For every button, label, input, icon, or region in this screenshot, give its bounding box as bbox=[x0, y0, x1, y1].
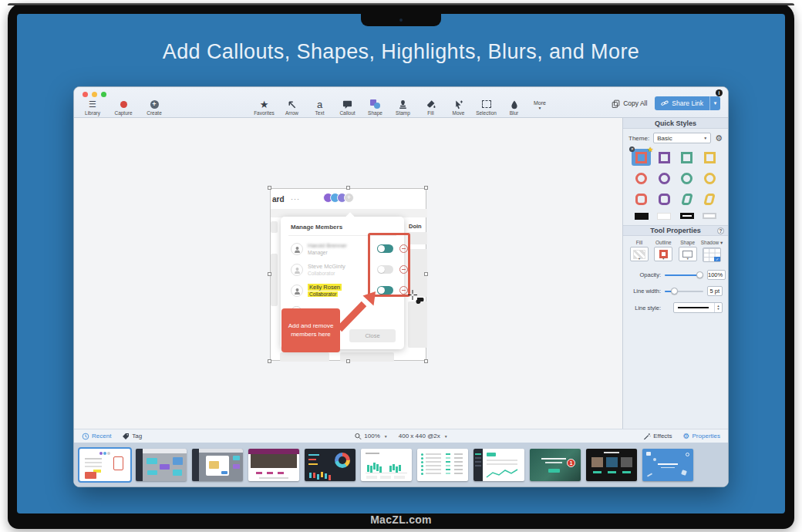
theme-select[interactable]: Basic ▼ bbox=[653, 133, 711, 143]
shape-property[interactable]: Shape ▼ bbox=[678, 240, 698, 262]
style-swatch-rounded-purple[interactable] bbox=[655, 190, 674, 207]
member-role: Manager bbox=[308, 250, 328, 255]
style-swatch-rounded-red[interactable] bbox=[632, 190, 651, 207]
tool-fill[interactable]: Fill bbox=[420, 99, 441, 116]
thumbnail-nature-hero[interactable]: 1 bbox=[530, 449, 581, 481]
quick-styles-grid: ✕ ★ bbox=[623, 146, 728, 225]
thumbnail-snagit-welcome[interactable] bbox=[642, 449, 693, 481]
style-swatch-circle-teal[interactable] bbox=[677, 170, 696, 187]
resize-handle-w[interactable] bbox=[268, 272, 271, 276]
board-title-fragment: ard bbox=[272, 195, 285, 204]
style-swatch-square-teal[interactable] bbox=[677, 149, 696, 166]
style-swatch-outline-gray[interactable] bbox=[700, 211, 719, 221]
user-avatar-icon bbox=[291, 243, 303, 255]
line-width-value[interactable]: 5 pt bbox=[707, 286, 723, 296]
camera-notch bbox=[361, 14, 441, 26]
style-swatch-circle-red[interactable] bbox=[632, 170, 651, 187]
tool-text[interactable]: a Text bbox=[309, 99, 330, 116]
tag-icon bbox=[122, 433, 130, 440]
shadow-property[interactable]: Shadow ▾ ✓ bbox=[702, 240, 722, 262]
annotation-rectangle[interactable] bbox=[368, 233, 410, 297]
tool-stamp[interactable]: Stamp bbox=[393, 99, 413, 116]
style-swatch-filled-white[interactable] bbox=[655, 211, 674, 221]
canvas-size-control[interactable]: 400 x 440 @2x ▼ bbox=[399, 433, 448, 439]
copy-all-button[interactable]: Copy All bbox=[612, 99, 647, 108]
tool-callout[interactable]: Callout bbox=[337, 99, 358, 116]
capture-button[interactable]: Capture bbox=[111, 99, 136, 116]
resize-handle-n[interactable] bbox=[346, 186, 350, 190]
library-button[interactable]: ☰ Library bbox=[80, 99, 105, 116]
style-swatch-slant-yellow[interactable] bbox=[700, 190, 719, 207]
thumbnail-kanban-board[interactable] bbox=[136, 449, 187, 481]
recent-button[interactable]: Recent bbox=[82, 433, 111, 440]
help-icon[interactable]: ? bbox=[717, 227, 724, 234]
style-swatch-square-red-selected[interactable]: ✕ ★ bbox=[632, 149, 651, 166]
style-swatch-slant-teal[interactable] bbox=[677, 190, 696, 207]
properties-button[interactable]: ⚙ Properties bbox=[683, 433, 720, 440]
editor-canvas: ard ··· + Doin Manage Members bbox=[74, 118, 622, 429]
resize-handle-e[interactable] bbox=[424, 272, 428, 276]
resize-handle-ne[interactable] bbox=[424, 186, 428, 190]
tool-selection[interactable]: Selection bbox=[476, 99, 497, 116]
tool-properties-header: Tool Properties ? bbox=[623, 225, 728, 236]
zoom-window-button[interactable] bbox=[101, 92, 106, 97]
tool-blur[interactable]: Blur bbox=[504, 99, 524, 116]
member-name: Harold Brenner bbox=[308, 242, 347, 249]
share-link-button[interactable]: Share Link bbox=[655, 96, 709, 110]
tool-shape[interactable]: Shape bbox=[365, 99, 386, 116]
outline-property[interactable]: Outline ▼ bbox=[653, 240, 673, 262]
create-button[interactable]: + Create bbox=[142, 99, 167, 116]
stamp-icon bbox=[398, 99, 408, 109]
minimize-window-button[interactable] bbox=[92, 92, 97, 97]
resize-handle-sw[interactable] bbox=[268, 359, 271, 363]
line-width-slider[interactable] bbox=[665, 288, 703, 295]
style-swatch-circle-purple[interactable] bbox=[655, 170, 674, 187]
thumbnail-admin-dashboard[interactable] bbox=[473, 449, 524, 481]
star-icon: ★ bbox=[260, 99, 269, 109]
doing-column-label: Doin bbox=[409, 223, 422, 230]
clock-icon bbox=[82, 433, 89, 440]
style-swatch-outline-black[interactable] bbox=[677, 211, 696, 221]
share-link-dropdown[interactable]: ▼ bbox=[709, 96, 720, 110]
thumbnail-table-report[interactable] bbox=[417, 449, 468, 481]
thumbnail-product-grid[interactable] bbox=[586, 449, 637, 481]
tag-button[interactable]: Tag bbox=[122, 433, 142, 440]
style-swatch-circle-yellow[interactable] bbox=[700, 170, 719, 187]
text-icon: a bbox=[317, 99, 322, 109]
thumbnail-purple-website[interactable] bbox=[248, 449, 299, 481]
style-swatch-square-yellow[interactable] bbox=[700, 149, 719, 166]
tool-move[interactable]: Move bbox=[448, 99, 469, 116]
fill-property[interactable]: Fill ▼ bbox=[629, 240, 649, 262]
tool-more[interactable]: More ▼ bbox=[531, 100, 548, 116]
line-style-select[interactable]: ▲▼ bbox=[673, 302, 723, 313]
remove-style-icon[interactable]: ✕ bbox=[629, 146, 635, 152]
edited-image[interactable]: ard ··· + Doin Manage Members bbox=[270, 188, 426, 361]
line-style-label: Line style: bbox=[628, 305, 661, 311]
member-name: Steve McGinty bbox=[308, 263, 345, 270]
add-member-avatar: + bbox=[344, 193, 354, 203]
info-icon[interactable]: i bbox=[716, 89, 723, 96]
favorite-star-icon: ★ bbox=[647, 146, 653, 153]
thumbnail-user-report[interactable] bbox=[361, 449, 412, 481]
brand-watermark: MacZL.com bbox=[8, 513, 794, 526]
close-window-button[interactable] bbox=[83, 92, 88, 97]
zoom-control[interactable]: 100% ▼ bbox=[354, 433, 387, 440]
effects-button[interactable]: Effects bbox=[643, 433, 672, 440]
resize-handle-se[interactable] bbox=[424, 359, 428, 363]
opacity-label: Opacity: bbox=[628, 271, 661, 278]
arrow-icon bbox=[287, 99, 297, 109]
theme-gear-icon[interactable]: ⚙ bbox=[715, 134, 723, 143]
opacity-value[interactable]: 100% bbox=[707, 270, 726, 280]
thumbnail-kanban-popup[interactable] bbox=[192, 449, 243, 481]
tool-favorites[interactable]: ★ Favorites bbox=[254, 99, 275, 116]
style-swatch-filled-black[interactable] bbox=[632, 211, 651, 221]
opacity-slider[interactable] bbox=[665, 271, 703, 278]
style-swatch-square-purple[interactable] bbox=[655, 149, 674, 166]
annotation-callout[interactable]: Add and remove members here bbox=[281, 308, 340, 352]
thumbnail-manage-members[interactable] bbox=[79, 449, 130, 481]
resize-handle-nw[interactable] bbox=[268, 186, 271, 190]
tool-arrow[interactable]: Arrow bbox=[281, 99, 302, 116]
link-icon bbox=[661, 99, 669, 107]
thumbnail-dark-dashboard[interactable] bbox=[305, 449, 356, 481]
resize-handle-s[interactable] bbox=[346, 359, 350, 363]
